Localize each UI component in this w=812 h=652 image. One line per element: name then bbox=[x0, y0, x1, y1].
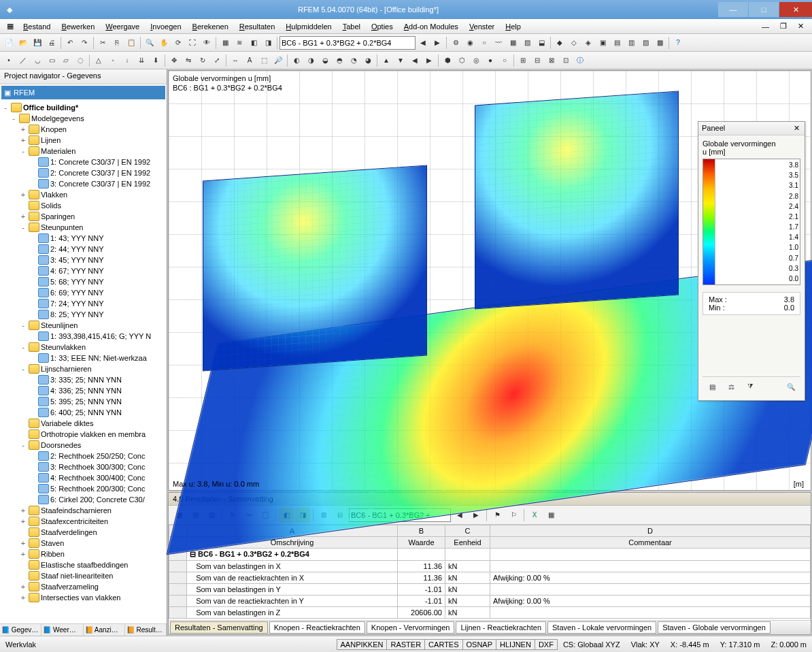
tree-item[interactable]: -Lijnscharnieren bbox=[1, 363, 167, 374]
results-tab[interactable]: Resultaten - Samenvatting bbox=[170, 621, 268, 634]
tree-item[interactable]: +Staven bbox=[1, 538, 167, 549]
panel-btn-filter[interactable]: ⧩ bbox=[743, 380, 757, 393]
res-off-icon[interactable]: ○ bbox=[477, 36, 491, 50]
tree-item[interactable]: 7: 24; YYY NNY bbox=[1, 298, 167, 309]
sup-icon[interactable]: △ bbox=[92, 54, 105, 67]
tree-item[interactable]: 3: 335; 25; NNN YNN bbox=[1, 374, 167, 385]
dim-icon[interactable]: ↔ bbox=[229, 54, 242, 67]
open-icon2[interactable]: ◌ bbox=[73, 54, 87, 67]
iso-icon[interactable]: ▧ bbox=[520, 36, 534, 50]
diag-icon[interactable]: 〰 bbox=[492, 36, 505, 50]
tree-item[interactable]: +Sparingen bbox=[1, 211, 167, 222]
t2f[interactable]: ◕ bbox=[361, 54, 375, 67]
tb-b[interactable]: ◨ bbox=[261, 36, 275, 50]
tree-item[interactable]: 4: 336; 25; NNN YNN bbox=[1, 385, 167, 396]
load-icon[interactable]: ↓ bbox=[120, 54, 134, 67]
menu-bestand[interactable]: Bestand bbox=[18, 21, 56, 32]
open-icon[interactable]: 📂 bbox=[16, 36, 30, 50]
menu-venster[interactable]: Venster bbox=[464, 21, 500, 32]
navigator-tree[interactable]: - Office building* -Modelgegevens+Knopen… bbox=[0, 101, 167, 623]
t2m[interactable]: ◎ bbox=[469, 54, 483, 67]
panel-btn-colors[interactable]: ▤ bbox=[705, 380, 719, 393]
tree-item[interactable]: Solids bbox=[1, 200, 167, 211]
results-panel[interactable]: Paneel ✕ Globale vervormingen u [mm] 3.8… bbox=[698, 121, 805, 401]
tree-item[interactable]: +Intersecties van vlakken bbox=[1, 592, 167, 603]
t2a[interactable]: ◐ bbox=[290, 54, 303, 67]
tree-item[interactable]: Variabele diktes bbox=[1, 418, 167, 429]
status-toggle-dxf[interactable]: DXF bbox=[535, 639, 558, 650]
nav-tab[interactable]: 📘 Weer… bbox=[41, 624, 83, 636]
status-toggle-raster[interactable]: RASTER bbox=[386, 639, 425, 650]
rot-icon[interactable]: ↻ bbox=[196, 54, 209, 67]
results-tab[interactable]: Staven - Lokale vervormingen bbox=[547, 621, 656, 634]
tree-item[interactable]: Orthotropie vlakken en membra bbox=[1, 429, 167, 440]
menu-hulpmiddelen[interactable]: Hulpmiddelen bbox=[280, 21, 337, 32]
mirror-icon[interactable]: ⇋ bbox=[182, 54, 195, 67]
node-icon[interactable]: • bbox=[2, 54, 16, 67]
navigator-root[interactable]: ▣RFEM bbox=[1, 86, 165, 99]
rotate-icon[interactable]: ⟳ bbox=[171, 36, 185, 50]
t2o[interactable]: ○ bbox=[498, 54, 511, 67]
paste-icon[interactable]: 📋 bbox=[124, 36, 138, 50]
tree-item[interactable]: +Staafverzameling bbox=[1, 581, 167, 592]
tree-item[interactable]: -Steunpunten bbox=[1, 222, 167, 233]
head-val[interactable]: Waarde bbox=[398, 537, 445, 549]
menu-invoegen[interactable]: Invoegen bbox=[145, 21, 186, 32]
results-tab[interactable]: Staven - Globale vervormingen bbox=[658, 621, 771, 634]
line-icon[interactable]: ／ bbox=[16, 54, 30, 67]
res-tb-calc-icon[interactable]: ▦ bbox=[543, 508, 558, 523]
tree-item[interactable]: 5: Rechthoek 200/300; Conc bbox=[1, 483, 167, 494]
tb4[interactable]: ▣ bbox=[596, 36, 609, 50]
res-tb-k[interactable]: ⚑ bbox=[490, 508, 505, 523]
surf-icon[interactable]: ▱ bbox=[59, 54, 73, 67]
t2i[interactable]: ◀ bbox=[408, 54, 422, 67]
menu-add-on modules[interactable]: Add-on Modules bbox=[399, 21, 464, 32]
tree-item[interactable]: 2: Rechthoek 250/250; Conc bbox=[1, 451, 167, 461]
menu-weergave[interactable]: Weergave bbox=[100, 21, 145, 32]
calc-icon[interactable]: ⚙ bbox=[449, 36, 462, 50]
prev-lc-icon[interactable]: ◀ bbox=[416, 36, 430, 50]
t2s[interactable]: ⊡ bbox=[559, 54, 573, 67]
loadcase-combo[interactable] bbox=[280, 36, 416, 50]
menu-opties[interactable]: Opties bbox=[366, 21, 399, 32]
maximize-button[interactable]: □ bbox=[749, 2, 779, 17]
head-unit[interactable]: Eenheid bbox=[445, 537, 490, 549]
tree-item[interactable]: 6: 400; 25; NNN YNN bbox=[1, 407, 167, 418]
grid-icon[interactable]: ▦ bbox=[218, 36, 232, 50]
find-icon[interactable]: 🔎 bbox=[271, 54, 285, 67]
menu-bewerken[interactable]: Bewerken bbox=[56, 21, 100, 32]
tree-item[interactable]: 1: 33; EEE NN; Niet-werkzaa bbox=[1, 353, 167, 363]
tree-item[interactable]: 3: Concrete C30/37 | EN 1992 bbox=[1, 178, 167, 189]
status-toggle-cartes[interactable]: CARTES bbox=[424, 639, 462, 650]
tree-item[interactable]: 1: 43; YYY NNY bbox=[1, 233, 167, 244]
panel-btn-zoom[interactable]: 🔍 bbox=[784, 380, 798, 393]
tree-item[interactable]: +Lijnen bbox=[1, 135, 167, 146]
t2d[interactable]: ◓ bbox=[333, 54, 346, 67]
tree-item[interactable]: 1: 393,398,415,416; G; YYY N bbox=[1, 331, 167, 342]
tb7[interactable]: ▨ bbox=[639, 36, 652, 50]
col-C[interactable]: C bbox=[445, 525, 490, 537]
menu-help[interactable]: Help bbox=[500, 21, 526, 32]
res-tb-l[interactable]: ⚐ bbox=[506, 508, 521, 523]
sel-icon[interactable]: ⬚ bbox=[257, 54, 271, 67]
minimize-button[interactable]: — bbox=[718, 2, 748, 17]
tb-a[interactable]: ◧ bbox=[247, 36, 260, 50]
table-row[interactable]: Som van de reactiekrachten in Y-1.01kNAf… bbox=[169, 596, 811, 607]
sec-icon[interactable]: ⬓ bbox=[535, 36, 548, 50]
table-row[interactable]: Som van belastingen in Y-1.01kN bbox=[169, 584, 811, 596]
t2n[interactable]: ● bbox=[484, 54, 497, 67]
tb5[interactable]: ▤ bbox=[610, 36, 624, 50]
t2k[interactable]: ⬢ bbox=[441, 54, 454, 67]
move-icon[interactable]: ✥ bbox=[167, 54, 181, 67]
nav-tab[interactable]: 📙 Aanzi… bbox=[84, 624, 125, 636]
tb2[interactable]: ◇ bbox=[567, 36, 581, 50]
tree-item[interactable]: 3: Rechthoek 300/300; Conc bbox=[1, 461, 167, 472]
table-row[interactable]: Som van de reactiekrachten in X11.36kNAf… bbox=[169, 572, 811, 584]
tb8[interactable]: ▩ bbox=[653, 36, 666, 50]
layers-icon[interactable]: ≋ bbox=[233, 36, 246, 50]
tree-item[interactable]: 2: 44; YYY NNY bbox=[1, 244, 167, 255]
tree-item[interactable]: Staafverdelingen bbox=[1, 527, 167, 538]
results-tab[interactable]: Knopen - Vervormingen bbox=[367, 621, 455, 634]
t2p[interactable]: ⊞ bbox=[516, 54, 530, 67]
print-icon[interactable]: 🖨 bbox=[45, 36, 58, 50]
